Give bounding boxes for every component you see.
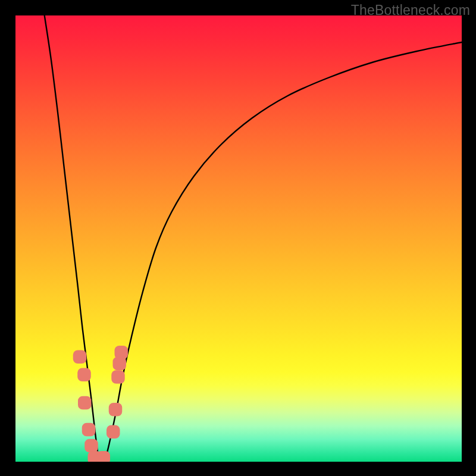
data-marker <box>77 368 91 382</box>
plot-area <box>15 15 462 462</box>
data-marker <box>115 346 129 359</box>
data-marker <box>109 403 123 416</box>
curve-right <box>105 42 462 462</box>
data-marker <box>78 396 92 410</box>
data-marker <box>84 439 98 453</box>
data-marker <box>107 425 120 439</box>
watermark-text: TheBottleneck.com <box>351 2 470 18</box>
plot-svg-layer <box>15 15 462 462</box>
data-marker <box>73 350 87 364</box>
curve-left <box>45 15 99 462</box>
data-marker <box>111 370 125 384</box>
chart-frame: TheBottleneck.com <box>0 0 476 476</box>
data-marker <box>97 451 111 462</box>
data-marker <box>82 423 96 437</box>
